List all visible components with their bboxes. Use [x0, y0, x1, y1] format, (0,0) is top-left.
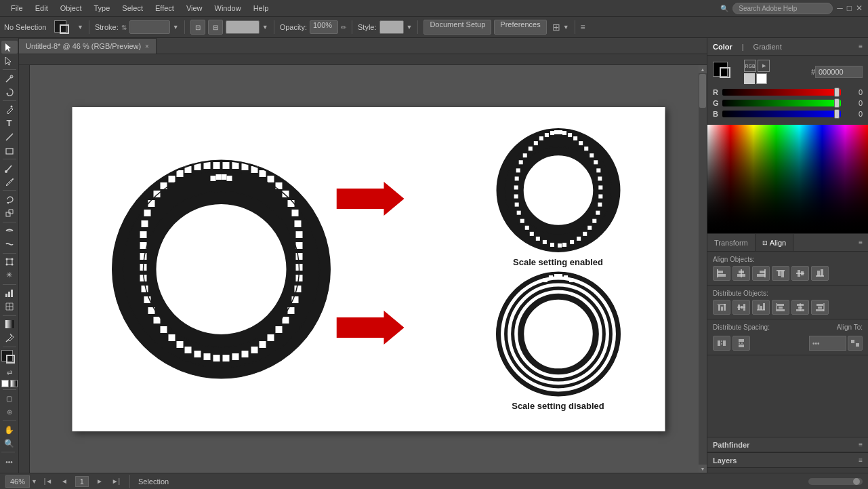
align-left-btn[interactable]: [713, 266, 730, 281]
artboard[interactable]: Scale setting enabled: [72, 107, 665, 431]
arrange-dropdown-icon[interactable]: ▼: [563, 24, 569, 31]
window-maximize-btn[interactable]: □: [847, 3, 852, 13]
b-thumb[interactable]: [834, 109, 840, 119]
menu-select[interactable]: Select: [117, 3, 148, 14]
document-tab[interactable]: Untitled-8* @ 46 % (RGB/Preview) ×: [19, 38, 157, 54]
window-minimize-btn[interactable]: ─: [837, 3, 843, 13]
stroke-indicator[interactable]: [720, 67, 730, 78]
style-input[interactable]: [379, 20, 404, 34]
scale-tool-btn[interactable]: [1, 206, 18, 219]
last-page-btn[interactable]: ►|: [110, 476, 121, 487]
warning-gamut-icon[interactable]: ⚠: [744, 73, 755, 84]
menu-edit[interactable]: Edit: [30, 3, 54, 14]
rect-tool-btn[interactable]: [1, 144, 18, 157]
layers-menu-btn[interactable]: ≡: [859, 456, 863, 464]
dist-left-btn[interactable]: [772, 300, 789, 315]
menu-view[interactable]: View: [181, 3, 208, 14]
dist-center-v-btn[interactable]: [791, 300, 809, 315]
warp-tool-btn[interactable]: [1, 237, 18, 250]
free-transform-tool-btn[interactable]: [1, 255, 18, 268]
stroke-color-swatch[interactable]: [60, 24, 69, 34]
gradient-color-btn[interactable]: [10, 380, 18, 387]
stroke-width-dropdown-icon[interactable]: ▼: [262, 24, 268, 31]
align-center-h-btn[interactable]: [732, 266, 750, 281]
align-top-btn[interactable]: [772, 266, 789, 281]
page-number-input[interactable]: [75, 476, 89, 487]
g-slider[interactable]: [722, 100, 841, 106]
transform-tab-btn[interactable]: Transform: [707, 234, 756, 251]
scroll-up-btn[interactable]: ▲: [699, 65, 707, 73]
hand-tool-btn[interactable]: ✋: [1, 423, 18, 436]
stroke-rect[interactable]: [6, 355, 15, 364]
panel-menu-icon[interactable]: ≡: [581, 22, 585, 32]
swap-fill-stroke-btn[interactable]: ⇄: [1, 366, 18, 379]
r-slider[interactable]: [722, 89, 841, 96]
scroll-down-btn[interactable]: ▼: [699, 465, 707, 473]
search-adobe-help-box[interactable]: Search Adobe Help: [732, 3, 833, 14]
view-slider-thumb[interactable]: [853, 478, 860, 485]
none-color-btn[interactable]: [1, 380, 9, 387]
menu-object[interactable]: Object: [55, 3, 87, 14]
tab-close-btn[interactable]: ×: [145, 43, 149, 50]
draw-behind-btn[interactable]: ⊛: [1, 406, 18, 418]
magic-wand-tool-btn[interactable]: [1, 72, 18, 85]
selection-tool-btn[interactable]: [1, 41, 18, 54]
prev-page-btn[interactable]: ◄: [59, 476, 70, 487]
more-tools-btn[interactable]: •••: [1, 454, 18, 470]
pencil-tool-btn[interactable]: [1, 175, 18, 188]
menu-effect[interactable]: Effect: [150, 3, 180, 14]
draw-normal-btn[interactable]: ▢: [1, 392, 18, 405]
scrollbar-vertical[interactable]: ▲ ▼: [699, 65, 707, 473]
zoom-dropdown-icon[interactable]: ▼: [31, 478, 37, 485]
align-to-input[interactable]: •••: [809, 336, 846, 351]
canvas-area[interactable]: Untitled-8* @ 46 % (RGB/Preview) × // ti…: [19, 38, 707, 473]
mesh-tool-btn[interactable]: [1, 300, 18, 313]
preferences-button[interactable]: Preferences: [494, 20, 546, 35]
align-panel-menu-btn[interactable]: ≡: [859, 239, 863, 246]
hex-value-input[interactable]: 000000: [815, 66, 863, 78]
style-dropdown-icon[interactable]: ▼: [407, 24, 413, 31]
gradient-tool-btn[interactable]: [1, 317, 18, 330]
pathfinder-menu-btn[interactable]: ≡: [859, 441, 863, 448]
color-spectrum[interactable]: [707, 125, 868, 233]
opacity-input[interactable]: 100%: [310, 20, 338, 34]
lasso-tool-btn[interactable]: [1, 85, 18, 98]
paintbrush-tool-btn[interactable]: [1, 161, 18, 174]
symbol-sprayer-tool-btn[interactable]: ✳: [1, 269, 18, 281]
align-right-btn[interactable]: [752, 266, 770, 281]
arrange-icon[interactable]: ⊞: [552, 22, 560, 33]
line-tool-btn[interactable]: [1, 130, 18, 143]
align-bottom-btn[interactable]: [811, 266, 829, 281]
menu-file[interactable]: File: [5, 3, 28, 14]
window-close-btn[interactable]: ✕: [856, 3, 863, 13]
b-slider[interactable]: [722, 111, 841, 117]
color-panel-menu-btn[interactable]: ≡: [859, 43, 863, 50]
direct-selection-tool-btn[interactable]: [1, 54, 18, 67]
out-of-gamut-swatch[interactable]: [756, 73, 767, 84]
align-center-v-btn[interactable]: [791, 266, 809, 281]
stroke-input[interactable]: [129, 20, 170, 34]
first-page-btn[interactable]: |◄: [43, 476, 54, 487]
rgb-mode-btn[interactable]: RGB: [744, 60, 756, 72]
dist-space-h-btn[interactable]: [713, 336, 730, 351]
stroke-width-input[interactable]: [226, 20, 260, 34]
align-stroke-inside-btn[interactable]: ⊟: [208, 20, 223, 35]
dist-top-btn[interactable]: [713, 300, 730, 315]
menu-window[interactable]: Window: [209, 3, 247, 14]
align-tab-btn[interactable]: ⊡ Align: [756, 234, 793, 251]
next-page-btn[interactable]: ►: [94, 476, 105, 487]
dist-space-v-btn[interactable]: [732, 336, 750, 351]
r-thumb[interactable]: [834, 87, 840, 97]
menu-help[interactable]: Help: [248, 3, 274, 14]
dist-bottom-btn[interactable]: [752, 300, 770, 315]
g-thumb[interactable]: [834, 98, 840, 108]
view-slider[interactable]: [808, 478, 863, 485]
opacity-edit-icon[interactable]: ✏: [341, 24, 346, 31]
rotate-tool-btn[interactable]: [1, 193, 18, 206]
pen-tool-btn[interactable]: [1, 103, 18, 116]
document-setup-button[interactable]: Document Setup: [423, 20, 491, 35]
zoom-tool-btn[interactable]: 🔍: [1, 437, 18, 450]
eyedropper-tool-btn[interactable]: [1, 331, 18, 344]
dist-center-h-btn[interactable]: [732, 300, 750, 315]
align-to-options-btn[interactable]: [848, 336, 863, 351]
